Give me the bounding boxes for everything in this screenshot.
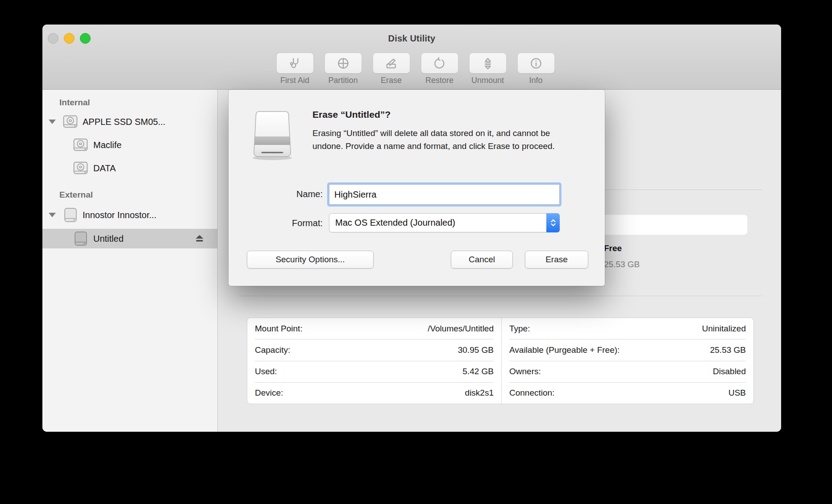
divider — [239, 296, 762, 296]
pie-chart-icon — [337, 57, 350, 70]
toolbar-item-erase[interactable]: Erase — [372, 53, 411, 85]
internal-disk-icon — [72, 137, 89, 153]
dialog-title: Erase “Untitled”? — [312, 109, 391, 120]
volume-info-table: Mount Point: /Volumes/Untitled Capacity:… — [247, 318, 754, 404]
table-row: Device: disk2s1 — [255, 383, 494, 404]
sidebar-item-maclife[interactable]: Maclife — [42, 135, 217, 155]
free-legend-label: Free — [604, 244, 622, 253]
cancel-button[interactable]: Cancel — [451, 251, 513, 269]
table-row: Type: Uninitalized — [509, 318, 746, 339]
toolbar: First Aid Partition — [275, 53, 556, 85]
row-label: Available (Purgeable + Free): — [509, 345, 620, 355]
volume-icon — [72, 231, 89, 247]
window-title: Disk Utility — [42, 33, 781, 44]
row-label: Owners: — [509, 367, 541, 376]
sidebar-section-external: External — [59, 190, 93, 200]
toolbar-label: Restore — [425, 76, 453, 85]
erase-pencil-icon — [385, 57, 398, 70]
erase-dialog: Erase “Untitled”? Erasing “Untitled” wil… — [229, 90, 605, 286]
row-label: Device: — [255, 388, 283, 398]
toolbar-item-unmount[interactable]: Unmount — [468, 53, 508, 85]
row-value: Uninitalized — [702, 324, 746, 334]
toolbar-label: Unmount — [471, 76, 504, 85]
toolbar-item-restore[interactable]: Restore — [420, 53, 459, 85]
row-value: USB — [728, 388, 746, 398]
table-row: Used: 5.42 GB — [255, 361, 494, 383]
row-value: disk2s1 — [465, 388, 494, 398]
sidebar-item-label: Innostor Innostor... — [83, 210, 157, 220]
toolbar-item-partition[interactable]: Partition — [324, 53, 363, 85]
free-legend-value: 25.53 GB — [604, 260, 640, 269]
row-label: Mount Point: — [255, 324, 303, 334]
table-row: Mount Point: /Volumes/Untitled — [255, 318, 494, 339]
sidebar-item-label: Untitled — [93, 234, 124, 244]
toolbar-label: Info — [529, 76, 542, 85]
row-value: /Volumes/Untitled — [428, 324, 494, 334]
external-drive-icon — [248, 109, 296, 161]
row-value: 5.42 GB — [462, 367, 494, 376]
disclosure-triangle-icon[interactable] — [49, 213, 56, 217]
stepper-chevrons-icon — [546, 213, 560, 232]
format-label: Format: — [229, 218, 323, 228]
toolbar-label: First Aid — [280, 76, 309, 85]
stethoscope-icon — [288, 57, 302, 70]
format-select[interactable]: Mac OS Extended (Journaled) — [329, 213, 560, 232]
toolbar-label: Partition — [328, 76, 358, 85]
row-label: Used: — [255, 367, 277, 376]
sidebar-section-internal: Internal — [59, 98, 90, 107]
info-button[interactable] — [517, 53, 555, 74]
external-disk-icon — [62, 207, 79, 223]
sidebar-item-untitled-selected[interactable]: Untitled — [42, 229, 217, 248]
row-label: Type: — [509, 324, 530, 334]
sidebar-item-label: APPLE SSD SM05... — [83, 117, 166, 127]
erase-button-toolbar[interactable] — [373, 53, 410, 74]
eject-stack-icon — [481, 57, 495, 70]
sidebar: Internal APPLE SSD SM05... Maclife — [42, 90, 218, 432]
first-aid-button[interactable] — [276, 53, 314, 74]
info-icon — [529, 57, 543, 70]
internal-disk-icon — [62, 114, 79, 130]
toolbar-item-first-aid[interactable]: First Aid — [275, 53, 315, 85]
partition-button[interactable] — [324, 53, 362, 74]
sidebar-item-innostor[interactable]: Innostor Innostor... — [42, 205, 217, 225]
restore-button[interactable] — [421, 53, 458, 74]
sidebar-item-data[interactable]: DATA — [42, 158, 217, 178]
sidebar-item-label: Maclife — [93, 140, 121, 150]
erase-confirm-button[interactable]: Erase — [525, 251, 588, 269]
row-value: 30.95 GB — [458, 345, 494, 355]
row-value: 25.53 GB — [710, 345, 746, 355]
info-table-right-column: Type: Uninitalized Available (Purgeable … — [502, 318, 753, 404]
table-row: Owners: Disabled — [509, 361, 746, 383]
format-selected-value: Mac OS Extended (Journaled) — [329, 218, 546, 228]
disclosure-triangle-icon[interactable] — [49, 120, 56, 124]
restore-arrow-icon — [433, 57, 446, 70]
table-row: Available (Purgeable + Free): 25.53 GB — [509, 339, 746, 361]
title-bar: Disk Utility First Aid — [42, 25, 781, 90]
table-row: Connection: USB — [509, 383, 746, 404]
row-value: Disabled — [713, 367, 746, 376]
table-row: Capacity: 30.95 GB — [255, 339, 494, 361]
dialog-body-text: Erasing “Untitled” will delete all data … — [312, 127, 582, 153]
name-label: Name: — [229, 189, 323, 199]
row-label: Capacity: — [255, 345, 290, 355]
row-label: Connection: — [509, 388, 554, 398]
sidebar-item-label: DATA — [93, 163, 116, 174]
toolbar-item-info[interactable]: Info — [516, 53, 556, 85]
toolbar-label: Erase — [381, 76, 402, 85]
sidebar-item-apple-ssd[interactable]: APPLE SSD SM05... — [42, 112, 217, 132]
info-table-left-column: Mount Point: /Volumes/Untitled Capacity:… — [247, 318, 502, 404]
unmount-button[interactable] — [469, 53, 507, 74]
eject-icon[interactable] — [195, 234, 204, 243]
name-input[interactable] — [329, 184, 560, 205]
security-options-button[interactable]: Security Options... — [247, 251, 374, 269]
internal-disk-icon — [72, 160, 89, 177]
disk-utility-window: Disk Utility First Aid — [42, 25, 781, 432]
